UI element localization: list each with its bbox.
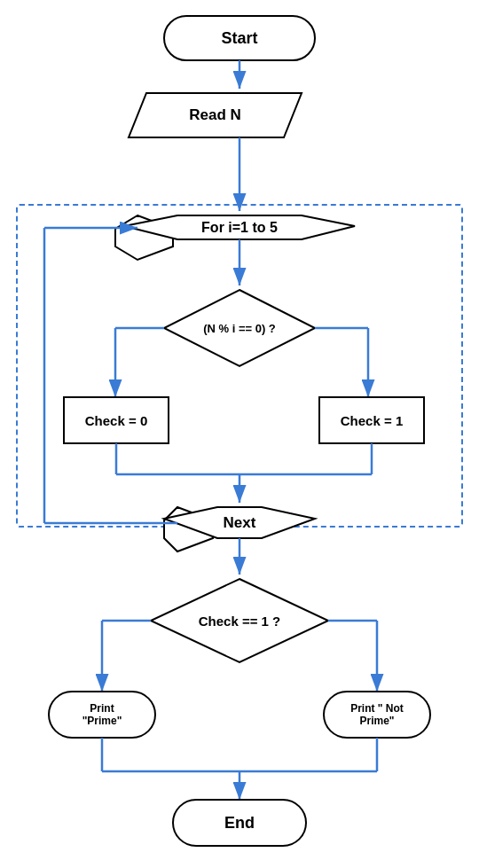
condition2-label: Check == 1 ? xyxy=(151,595,328,646)
print-not-prime-label: Print " Not Prime" xyxy=(324,692,430,738)
start-label: Start xyxy=(164,16,315,60)
for-loop-label: For i=1 to 5 xyxy=(137,215,342,239)
print-prime-label: Print "Prime" xyxy=(49,692,155,738)
next-label: Next xyxy=(164,507,315,538)
condition1-label: (N % i == 0) ? xyxy=(164,306,315,350)
flowchart: Start Read N For i=1 to 5 (N % i == 0) ?… xyxy=(0,0,479,868)
loop-box xyxy=(16,204,463,528)
check1-label: Check = 1 xyxy=(319,397,424,443)
check0-label: Check = 0 xyxy=(64,397,169,443)
read-n-label: Read N xyxy=(129,93,302,137)
end-label: End xyxy=(173,800,306,846)
